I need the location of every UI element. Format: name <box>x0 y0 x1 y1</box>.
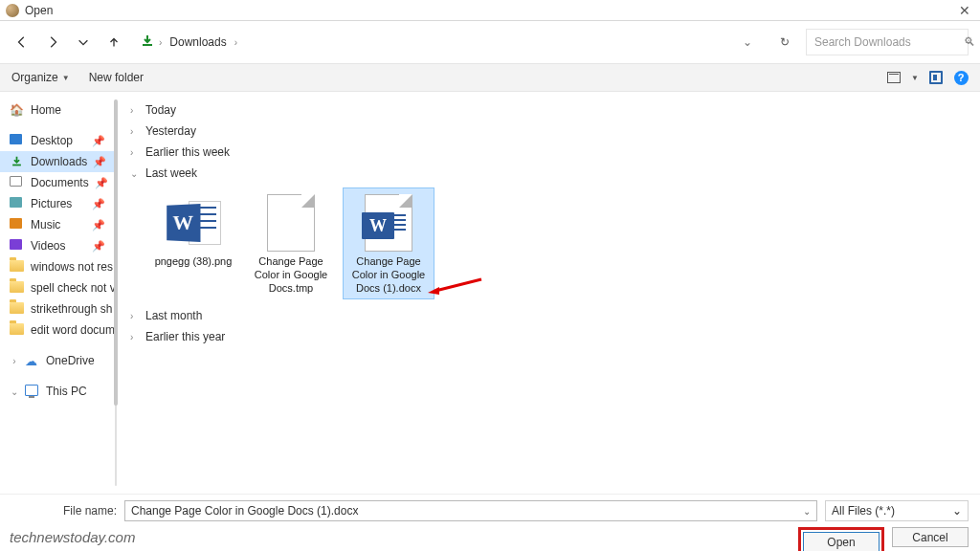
pictures-icon <box>10 197 25 210</box>
preview-pane-button[interactable] <box>928 70 944 85</box>
pin-icon: 📌 <box>92 219 105 231</box>
sidebar-label: windows not res <box>31 260 113 274</box>
group-yesterday[interactable]: ›Yesterday <box>130 121 967 142</box>
file-item[interactable]: W pngegg (38).png <box>147 187 239 299</box>
file-name-combo[interactable]: ⌄ <box>124 500 817 521</box>
sidebar-item-folder[interactable]: windows not res <box>0 256 115 277</box>
toolbar: Organize ▼ New folder ▼ ? <box>0 63 980 92</box>
open-button-highlight: Open <box>798 527 884 551</box>
file-thumb: W <box>345 192 432 253</box>
sidebar-item-music[interactable]: Music 📌 <box>0 214 115 235</box>
chevron-right-icon: › <box>130 126 140 137</box>
dialog-body: Home Desktop 📌 Downloads 📌 Documents 📌 P… <box>0 92 980 494</box>
caret-down-icon[interactable]: ⌄ <box>797 506 811 517</box>
new-folder-button[interactable]: New folder <box>89 71 144 84</box>
group-label: Earlier this week <box>145 145 230 159</box>
group-label: Yesterday <box>145 124 196 138</box>
back-button[interactable] <box>11 32 33 53</box>
sidebar-item-desktop[interactable]: Desktop 📌 <box>0 130 115 151</box>
sidebar-item-home[interactable]: Home <box>0 99 115 121</box>
up-button[interactable] <box>103 32 124 53</box>
sidebar-label: edit word docum <box>31 323 115 337</box>
view-menu[interactable] <box>886 70 902 85</box>
forward-button[interactable] <box>42 32 63 53</box>
sidebar-label: Music <box>31 218 60 231</box>
group-today[interactable]: ›Today <box>130 99 967 121</box>
sidebar-item-folder[interactable]: strikethrough sh <box>0 298 115 320</box>
group-label: Last month <box>145 309 202 322</box>
desktop-icon <box>10 134 25 147</box>
pin-icon: 📌 <box>92 135 105 147</box>
file-type-filter[interactable]: All Files (*.*) ⌄ <box>825 500 969 521</box>
sidebar-label: OneDrive <box>46 354 95 367</box>
folder-icon <box>10 323 25 337</box>
watermark: technewstoday.com <box>10 529 135 545</box>
address-bar[interactable]: › Downloads › ⌄ <box>134 29 764 55</box>
documents-icon <box>10 176 25 189</box>
pin-icon: 📌 <box>95 177 108 189</box>
file-item[interactable]: Change Page Color in Google Docs.tmp <box>245 187 337 299</box>
sidebar-item-documents[interactable]: Documents 📌 <box>0 172 115 193</box>
group-earlier-year[interactable]: ›Earlier this year <box>130 326 967 347</box>
chevron-right-icon: › <box>130 147 140 158</box>
group-earlier-week[interactable]: ›Earlier this week <box>130 142 967 163</box>
search-input[interactable] <box>814 35 958 49</box>
sidebar-item-onedrive[interactable]: › OneDrive <box>0 350 115 371</box>
window-title: Open <box>25 4 955 17</box>
open-button[interactable]: Open <box>803 532 880 551</box>
pin-icon: 📌 <box>93 156 106 168</box>
file-thumb <box>248 192 334 253</box>
breadcrumb-downloads[interactable]: Downloads <box>166 33 230 51</box>
file-name-input[interactable] <box>131 504 797 518</box>
app-icon <box>6 4 19 17</box>
chevron-right-icon: › <box>234 37 237 48</box>
caret-down-icon: ⌄ <box>952 504 962 518</box>
downloads-icon <box>140 33 155 52</box>
help-button[interactable]: ? <box>953 70 969 85</box>
file-thumb: W <box>150 192 236 253</box>
open-label: Open <box>827 536 855 549</box>
group-last-week[interactable]: ⌄Last week <box>130 163 967 184</box>
group-label: Last week <box>145 166 197 180</box>
search-box[interactable]: 🔍︎ <box>806 29 969 55</box>
chevron-right-icon: › <box>130 311 140 321</box>
caret-down-icon: ▼ <box>62 74 70 82</box>
sidebar-item-videos[interactable]: Videos 📌 <box>0 235 115 256</box>
group-label: Today <box>145 103 176 117</box>
close-button[interactable]: ✕ <box>955 3 974 18</box>
dialog-footer: File name: ⌄ All Files (*.*) ⌄ Open Canc… <box>0 494 980 551</box>
recent-dropdown[interactable] <box>73 32 94 53</box>
folder-icon <box>10 281 25 295</box>
home-icon <box>10 103 25 117</box>
address-dropdown[interactable]: ⌄ <box>737 35 758 49</box>
videos-icon <box>10 239 25 253</box>
sidebar-item-folder[interactable]: edit word docum <box>0 320 115 341</box>
sidebar-label: Pictures <box>31 197 72 210</box>
cancel-label: Cancel <box>912 531 947 544</box>
refresh-button[interactable]: ↻ <box>773 35 796 49</box>
sidebar-label: This PC <box>46 385 87 398</box>
chevron-down-icon: ⌄ <box>10 386 19 397</box>
sidebar-item-downloads[interactable]: Downloads 📌 <box>0 151 115 172</box>
group-last-month[interactable]: ›Last month <box>130 305 967 326</box>
downloads-icon <box>10 155 25 168</box>
pc-icon <box>25 385 40 398</box>
folder-icon <box>10 302 25 316</box>
cancel-button[interactable]: Cancel <box>892 527 969 547</box>
chevron-down-icon: ⌄ <box>130 168 140 179</box>
caret-down-icon: ▼ <box>911 74 919 82</box>
chevron-right-icon: › <box>130 105 140 116</box>
organize-label: Organize <box>11 71 58 84</box>
file-item-selected[interactable]: W Change Page Color in Google Docs (1).d… <box>343 187 434 299</box>
sidebar-label: Desktop <box>31 134 73 147</box>
sidebar-item-pictures[interactable]: Pictures 📌 <box>0 193 115 214</box>
organize-menu[interactable]: Organize ▼ <box>11 71 70 84</box>
sidebar-item-folder[interactable]: spell check not v <box>0 277 115 298</box>
sidebar-label: Downloads <box>31 155 87 168</box>
pin-icon: 📌 <box>92 240 105 253</box>
file-list-pane: ›Today ›Yesterday ›Earlier this week ⌄La… <box>117 92 980 494</box>
chevron-right-icon: › <box>10 356 19 366</box>
search-icon: 🔍︎ <box>964 35 975 49</box>
sidebar-label: spell check not v <box>31 281 115 295</box>
sidebar-item-this-pc[interactable]: ⌄ This PC <box>0 381 115 402</box>
